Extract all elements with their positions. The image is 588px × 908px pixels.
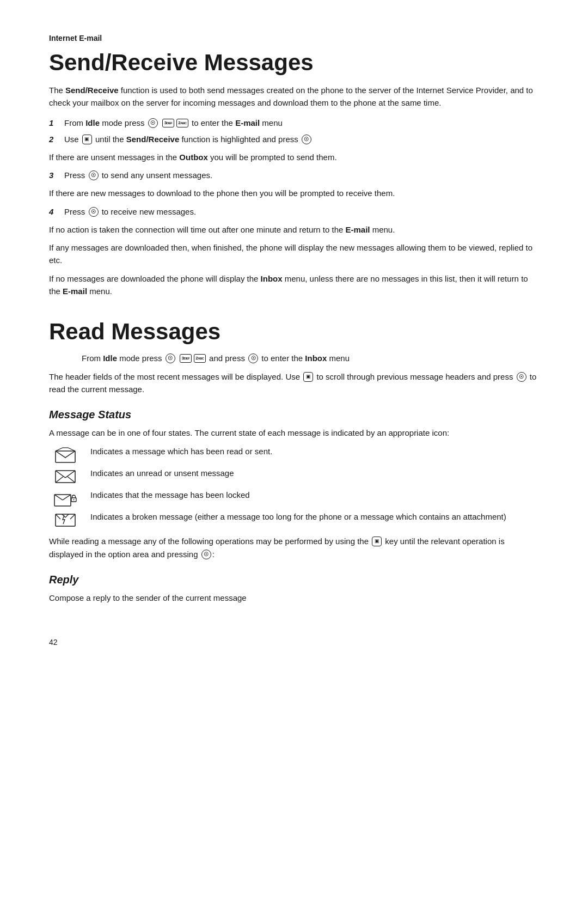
ok-icon-1: ☉	[148, 118, 158, 128]
message-status-title: Message Status	[49, 409, 539, 421]
timeout-para: If no action is taken the connection wil…	[49, 223, 539, 236]
ok-icon-7: ☉	[517, 372, 526, 382]
step-4: 4 Press ☉ to receive new messages.	[49, 205, 539, 218]
svg-line-2	[68, 448, 75, 451]
broken-envelope-icon-cell	[49, 511, 82, 528]
status-row-unread: Indicates an unread or unsent message	[49, 467, 539, 485]
section-label: Internet E-mail	[49, 33, 539, 45]
2abc-icon: 2ABC	[176, 119, 188, 127]
status-row-broken: Indicates a broken message (either a mes…	[49, 511, 539, 528]
3def-icon: 3DEF	[162, 119, 174, 127]
svg-line-5	[56, 471, 65, 478]
step-1: 1 From Idle mode press ☉ 3DEF2ABC to ent…	[49, 117, 539, 129]
steps-list: 1 From Idle mode press ☉ 3DEF2ABC to ent…	[49, 117, 539, 145]
svg-line-15	[56, 514, 60, 519]
status-desc-locked: Indicates that the message has been lock…	[90, 489, 539, 502]
no-download-para: If no messages are downloaded the phone …	[49, 272, 539, 298]
nav-icon-2: ▣	[303, 372, 313, 382]
step3-list: 3 Press ☉ to send any unsent messages.	[49, 169, 539, 181]
svg-rect-14	[56, 514, 75, 526]
locked-envelope-icon-cell	[49, 489, 82, 507]
intro-paragraph: The Send/Receive function is used to bot…	[49, 84, 539, 109]
downloaded-para: If any messages are downloaded then, whe…	[49, 241, 539, 267]
read-messages-title: Read Messages	[49, 319, 539, 344]
ok-icon-4: ☉	[89, 207, 99, 217]
new-messages-para: If there are new messages to download to…	[49, 187, 539, 199]
svg-line-6	[65, 471, 75, 478]
step-3: 3 Press ☉ to send any unsent messages.	[49, 169, 539, 181]
svg-line-8	[68, 477, 75, 483]
broken-envelope-icon	[55, 512, 76, 528]
svg-line-18	[70, 514, 75, 519]
ok-icon-5: ☉	[166, 354, 175, 363]
status-desc-unread: Indicates an unread or unsent message	[90, 467, 539, 480]
status-row-read: Indicates a message which has been read …	[49, 446, 539, 463]
nav-icon-3: ▣	[372, 537, 382, 546]
status-row-locked: Indicates that the message has been lock…	[49, 489, 539, 507]
nav-icon: ▣	[82, 135, 92, 144]
open-envelope-icon-cell	[49, 446, 82, 463]
svg-line-11	[63, 495, 71, 500]
reply-description: Compose a reply to the sender of the cur…	[49, 592, 539, 604]
svg-line-17	[65, 514, 69, 517]
ok-icon-6: ☉	[248, 354, 258, 363]
page-number: 42	[49, 637, 539, 649]
ok-icon-3: ☉	[89, 170, 99, 180]
svg-line-10	[54, 495, 63, 500]
open-envelope-icon	[55, 447, 76, 463]
3def-icon-2: 3DEF	[180, 354, 192, 363]
header-fields-para: The header fields of the most recent mes…	[49, 370, 539, 396]
outbox-para: If there are unsent messages in the Outb…	[49, 151, 539, 163]
status-desc-broken: Indicates a broken message (either a mes…	[90, 511, 539, 523]
operations-para: While reading a message any of the follo…	[49, 535, 539, 560]
closed-envelope-icon-cell	[49, 467, 82, 485]
ok-icon-2: ☉	[302, 135, 311, 144]
locked-envelope-icon	[54, 490, 77, 507]
svg-line-1	[56, 448, 63, 451]
step-2: 2 Use ▣ until the Send/Receive function …	[49, 133, 539, 145]
step4-list: 4 Press ☉ to receive new messages.	[49, 205, 539, 218]
reply-title: Reply	[49, 574, 539, 586]
svg-line-7	[56, 477, 63, 483]
closed-envelope-icon	[55, 468, 76, 485]
svg-point-13	[74, 499, 75, 501]
status-desc-read: Indicates a message which has been read …	[90, 446, 539, 458]
2abc-icon-2: 2ABC	[194, 354, 206, 363]
read-messages-intro: From Idle mode press ☉ 3DEF2ABC and pres…	[82, 352, 539, 364]
ok-icon-8: ☉	[201, 550, 211, 559]
message-status-intro: A message can be in one of four states. …	[49, 426, 539, 439]
status-table: Indicates a message which has been read …	[49, 446, 539, 528]
page-title: Send/Receive Messages	[49, 50, 539, 75]
